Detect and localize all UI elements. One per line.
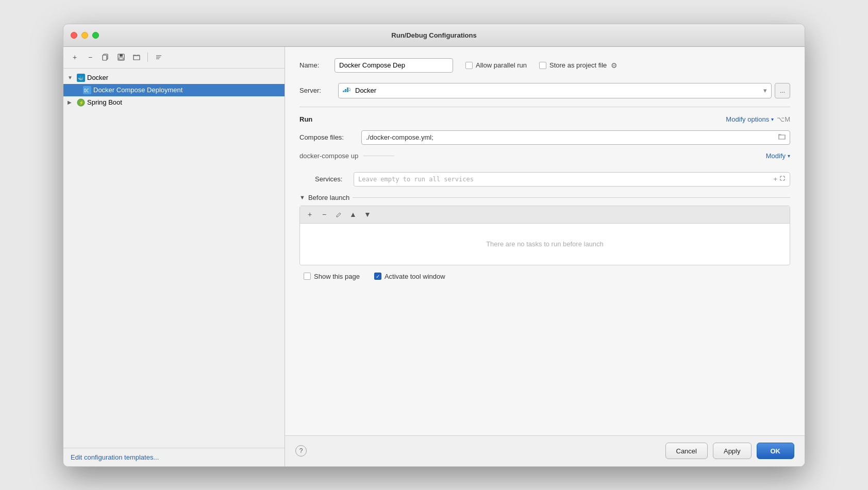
svg-rect-4 <box>119 58 123 60</box>
before-launch-empty-message: There are no tasks to run before launch <box>300 224 790 265</box>
show-this-page-checkbox[interactable] <box>304 273 311 280</box>
docker-up-left: docker-compose up <box>299 152 394 160</box>
docker-group-label: Docker <box>87 74 108 81</box>
store-as-project-gear-button[interactable]: ⚙ <box>610 60 619 71</box>
compose-files-value: ./docker-compose.yml; <box>366 133 433 141</box>
activate-tool-window-checkbox[interactable]: ✓ <box>374 273 381 280</box>
sidebar-item-spring-boot-group[interactable]: ▶ ⚡ Spring Boot <box>63 96 285 109</box>
allow-parallel-label: Allow parallel run <box>476 61 527 69</box>
modify-options-label: Modify options <box>726 115 769 123</box>
run-section-header: Run Modify options ▾ ⌥M <box>299 115 790 123</box>
titlebar: Run/Debug Configurations <box>63 24 805 47</box>
sidebar-bottom: Edit configuration templates... <box>63 448 285 466</box>
modify-button[interactable]: Modify ▾ <box>766 152 790 160</box>
docker-compose-icon: DC <box>83 86 91 94</box>
copy-config-button[interactable] <box>99 51 112 63</box>
spring-boot-icon: ⚡ <box>77 98 85 107</box>
content-area: + − ▼ <box>63 47 805 466</box>
allow-parallel-checkbox[interactable] <box>465 62 473 69</box>
divider-after-server <box>299 107 790 107</box>
edit-configuration-templates-link[interactable]: Edit configuration templates... <box>71 453 159 461</box>
compose-files-row: Compose files: ./docker-compose.yml; <box>299 130 790 145</box>
name-row: Name: Allow parallel run Store as projec… <box>299 58 790 73</box>
server-dropdown-left: Docker <box>343 87 376 94</box>
services-add-button[interactable]: + <box>773 175 777 183</box>
modify-options-shortcut: ⌥M <box>777 115 790 123</box>
add-config-button[interactable]: + <box>69 51 81 63</box>
show-this-page-group: Show this page <box>304 273 360 280</box>
services-label: Services: <box>315 175 348 183</box>
server-value: Docker <box>355 87 376 94</box>
modify-options-chevron-icon: ▾ <box>771 116 774 122</box>
store-as-project-checkbox[interactable] <box>539 62 546 69</box>
before-launch-remove-button[interactable]: − <box>319 209 330 220</box>
before-launch-add-button[interactable]: + <box>304 209 315 220</box>
svg-rect-3 <box>120 54 123 57</box>
spring-boot-chevron-icon: ▶ <box>68 99 75 105</box>
svg-rect-19 <box>347 88 348 89</box>
server-ellipsis-label: ... <box>780 87 785 94</box>
services-placeholder: Leave empty to run all services <box>358 176 474 183</box>
spring-boot-group-label: Spring Boot <box>87 98 122 106</box>
svg-rect-1 <box>103 55 107 60</box>
modify-options-area: Modify options ▾ ⌥M <box>726 115 790 123</box>
folder-config-button[interactable] <box>130 51 143 63</box>
services-input[interactable]: Leave empty to run all services + <box>354 172 790 187</box>
apply-button[interactable]: Apply <box>713 443 752 459</box>
sidebar: + − ▼ <box>63 47 285 466</box>
svg-text:⚡: ⚡ <box>79 100 84 105</box>
before-launch-header: ▼ Before launch <box>299 194 790 201</box>
window-title: Run/Debug Configurations <box>391 31 476 39</box>
activate-tool-window-label: Activate tool window <box>385 273 445 280</box>
activate-tool-window-group: ✓ Activate tool window <box>374 273 445 280</box>
services-row: Services: Leave empty to run all service… <box>299 172 790 187</box>
services-actions: + <box>773 175 786 183</box>
before-launch-move-down-button[interactable]: ▼ <box>362 209 373 220</box>
before-launch-move-up-button[interactable]: ▲ <box>347 209 359 220</box>
sidebar-tree: ▼ 🐳 Docker DC Docker Compose Deployment … <box>63 69 285 448</box>
save-config-button[interactable] <box>115 51 127 63</box>
docker-chevron-icon: ▼ <box>68 75 75 80</box>
svg-text:🐳: 🐳 <box>78 75 84 81</box>
run-debug-configurations-window: Run/Debug Configurations + − <box>63 24 805 467</box>
close-button[interactable] <box>71 32 77 39</box>
svg-text:DC: DC <box>84 89 89 93</box>
sort-config-button[interactable] <box>153 51 165 63</box>
svg-rect-16 <box>347 91 348 92</box>
server-ellipsis-button[interactable]: ... <box>775 83 790 98</box>
modify-options-button[interactable]: Modify options ▾ <box>726 115 774 123</box>
maximize-button[interactable] <box>92 32 99 39</box>
cancel-button[interactable]: Cancel <box>665 443 708 459</box>
modify-label: Modify <box>766 152 786 160</box>
compose-files-label: Compose files: <box>299 133 356 141</box>
footer-left: ? <box>295 445 307 457</box>
ok-button[interactable]: OK <box>757 443 795 459</box>
docker-group-icon: 🐳 <box>77 74 85 82</box>
name-label: Name: <box>299 61 326 69</box>
sidebar-item-docker-compose-deployment[interactable]: DC Docker Compose Deployment <box>63 84 285 96</box>
allow-parallel-group: Allow parallel run <box>465 61 527 69</box>
before-launch-chevron-icon[interactable]: ▼ <box>299 194 305 200</box>
compose-files-input[interactable]: ./docker-compose.yml; <box>361 130 790 145</box>
sidebar-item-docker-group[interactable]: ▼ 🐳 Docker <box>63 72 285 84</box>
run-section-title: Run <box>299 115 312 123</box>
services-expand-button[interactable] <box>779 175 786 183</box>
server-row: Server: Docker ▾ ... <box>299 83 790 98</box>
before-launch-title: Before launch <box>308 194 349 201</box>
before-launch-toolbar: + − ▲ ▼ <box>300 206 790 224</box>
server-dropdown[interactable]: Docker ▾ <box>338 83 772 98</box>
remove-config-button[interactable]: − <box>84 51 96 63</box>
bottom-checkboxes: Show this page ✓ Activate tool window <box>299 273 790 280</box>
name-input[interactable] <box>335 58 453 73</box>
before-launch-empty-text: There are no tasks to run before launch <box>486 240 604 248</box>
modify-chevron-icon: ▾ <box>788 153 790 159</box>
footer: ? Cancel Apply OK <box>285 435 805 466</box>
sidebar-toolbar: + − <box>63 47 285 69</box>
compose-files-folder-button[interactable] <box>778 133 786 141</box>
help-button[interactable]: ? <box>295 445 307 457</box>
main-content: Name: Allow parallel run Store as projec… <box>285 47 805 435</box>
minimize-button[interactable] <box>81 32 88 39</box>
before-launch-edit-button[interactable] <box>333 209 344 220</box>
footer-right: Cancel Apply OK <box>665 443 795 459</box>
docker-server-icon <box>343 87 351 94</box>
